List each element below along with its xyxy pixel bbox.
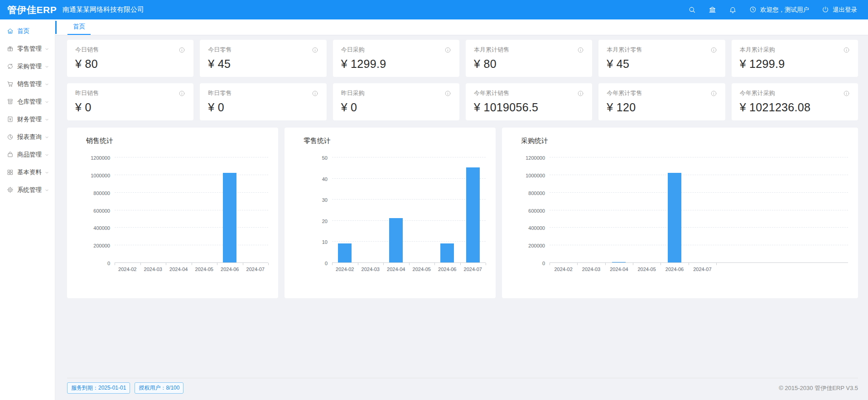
stat-card-value: ¥ 1299.9: [740, 57, 850, 71]
system-icon: [7, 186, 17, 193]
info-icon[interactable]: [843, 90, 850, 97]
search-icon[interactable]: [688, 6, 696, 14]
gridline: [115, 210, 268, 210]
gridline: [550, 192, 848, 193]
stat-cards-row-2: 昨日销售¥ 0昨日零售¥ 0昨日采购¥ 0今年累计销售¥ 1019056.5今年…: [67, 83, 858, 120]
user-greeting-label: 欢迎您，测试用户: [760, 6, 809, 14]
x-axis-tick-label: 2024-07: [242, 267, 269, 272]
stat-card: 今日零售¥ 45: [200, 40, 326, 77]
y-axis-tick-label: 0: [68, 261, 110, 266]
stat-card-value: ¥ 45: [208, 57, 318, 71]
sidebar-item-purchase[interactable]: 采购管理: [0, 57, 55, 75]
info-icon[interactable]: [577, 47, 584, 53]
stat-card: 昨日采购¥ 0: [333, 83, 459, 120]
gridline: [115, 157, 268, 157]
tab-bar: 首页: [55, 19, 868, 35]
x-axis-tick: [409, 263, 410, 265]
y-axis-tick-label: 30: [286, 197, 328, 203]
x-axis-tick: [332, 263, 333, 265]
y-axis-tick-label: 0: [286, 261, 328, 266]
x-axis-tick: [716, 263, 717, 265]
stat-card-value: ¥ 80: [75, 57, 185, 71]
logout-button[interactable]: 退出登录: [822, 6, 857, 14]
y-axis-tick-label: 1000000: [503, 173, 545, 178]
user-greeting[interactable]: 欢迎您，测试用户: [749, 6, 809, 14]
y-axis-tick-label: 600000: [503, 208, 545, 214]
stat-card-label: 今日销售: [75, 46, 99, 54]
stat-card-label: 本月累计销售: [474, 46, 509, 54]
sidebar-item-sales[interactable]: 销售管理: [0, 75, 55, 93]
chart-title: 采购统计: [502, 128, 858, 145]
chart-title: 销售统计: [67, 128, 278, 145]
footer: 服务到期：2025-01-01授权用户：8/100 © 2015-2030 管伊…: [67, 378, 858, 394]
y-axis-tick-label: 1200000: [503, 155, 545, 161]
y-axis-tick-label: 600000: [68, 208, 110, 214]
sidebar-item-reports[interactable]: 报表查询: [0, 128, 55, 146]
sidebar-item-home[interactable]: 首页: [0, 22, 55, 40]
info-icon[interactable]: [178, 90, 185, 97]
sidebar-item-system[interactable]: 系统管理: [0, 181, 55, 199]
y-axis-tick-label: 10: [286, 239, 328, 245]
sidebar-item-retail[interactable]: 零售管理: [0, 40, 55, 57]
sidebar-item-finance[interactable]: 财务管理: [0, 110, 55, 128]
basic-icon: [7, 169, 17, 176]
chevron-down-icon: [44, 46, 49, 51]
home-icon: [7, 28, 17, 34]
gridline: [550, 175, 848, 175]
stat-card-label: 今日零售: [208, 46, 231, 54]
y-axis-tick-label: 20: [286, 219, 328, 224]
sidebar-item-warehouse[interactable]: 仓库管理: [0, 93, 55, 110]
y-axis-tick-label: 1000000: [68, 173, 110, 178]
y-axis-tick-label: 200000: [68, 243, 110, 248]
main-area: 首页零售管理采购管理销售管理仓库管理财务管理报表查询商品管理基本资料系统管理 首…: [0, 19, 868, 400]
gridline: [550, 245, 848, 245]
purchase-icon: [7, 63, 17, 70]
app-logo[interactable]: 管伊佳ERP: [0, 4, 55, 16]
chevron-down-icon: [44, 99, 49, 104]
stat-card-value: ¥ 0: [341, 101, 451, 114]
chart-title: 零售统计: [285, 128, 496, 145]
chevron-down-icon: [44, 152, 49, 157]
info-icon[interactable]: [710, 90, 717, 97]
x-axis-tick-label: 2024-07: [459, 267, 487, 272]
bell-icon[interactable]: [729, 6, 737, 14]
x-axis-tick: [358, 263, 358, 265]
sidebar-item-goods[interactable]: 商品管理: [0, 146, 55, 163]
finance-icon: [7, 116, 17, 123]
gridline: [550, 210, 848, 210]
stat-card-value: ¥ 45: [607, 57, 717, 71]
sidebar: 首页零售管理采购管理销售管理仓库管理财务管理报表查询商品管理基本资料系统管理: [0, 19, 55, 400]
info-icon[interactable]: [444, 90, 451, 97]
info-icon[interactable]: [843, 47, 850, 53]
stat-card-label: 本月累计采购: [740, 46, 775, 54]
info-icon[interactable]: [312, 47, 318, 53]
bank-icon[interactable]: [709, 6, 716, 14]
info-icon[interactable]: [312, 90, 318, 97]
x-axis-tick-label: 2024-07: [689, 267, 716, 272]
info-icon[interactable]: [178, 47, 185, 53]
sidebar-item-label: 系统管理: [17, 186, 42, 194]
charts-row: 销售统计020000040000060000080000010000001200…: [67, 128, 858, 298]
copyright: © 2015-2030 管伊佳ERP V3.5: [779, 384, 858, 392]
stat-card-label: 今年累计销售: [474, 89, 509, 97]
info-icon[interactable]: [710, 47, 717, 53]
stat-card: 今日采购¥ 1299.9: [333, 40, 459, 77]
sidebar-item-basic[interactable]: 基本资料: [0, 163, 55, 181]
sidebar-item-label: 采购管理: [17, 62, 42, 71]
info-icon[interactable]: [444, 47, 451, 53]
gridline: [115, 175, 268, 175]
stat-cards-row-1: 今日销售¥ 80今日零售¥ 45今日采购¥ 1299.9本月累计销售¥ 80本月…: [67, 40, 858, 77]
bar-2024-07: [466, 167, 480, 262]
x-axis-tick-label: 2024-05: [408, 267, 435, 272]
x-axis-tick: [577, 263, 578, 265]
sidebar-item-label: 财务管理: [17, 115, 42, 124]
info-icon[interactable]: [577, 90, 584, 97]
x-axis-tick-label: 2024-06: [216, 267, 243, 272]
x-axis-tick-label: 2024-02: [550, 267, 577, 272]
reports-icon: [7, 133, 17, 140]
dashboard-content: 今日销售¥ 80今日零售¥ 45今日采购¥ 1299.9本月累计销售¥ 80本月…: [55, 35, 868, 400]
chevron-down-icon: [44, 170, 49, 175]
tab-home[interactable]: 首页: [68, 19, 91, 35]
bar-2024-06: [223, 173, 236, 262]
stat-card-label: 昨日零售: [208, 89, 231, 97]
